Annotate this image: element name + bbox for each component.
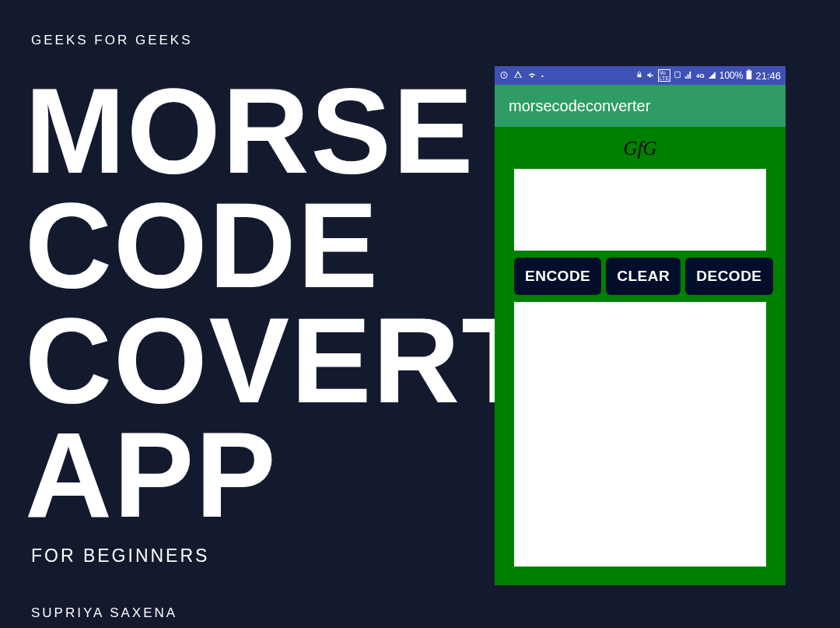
- svg-rect-1: [637, 74, 641, 77]
- phone-mockup: • VoLTE 4G 100% 21:46: [495, 66, 786, 585]
- decode-button[interactable]: DECODE: [685, 258, 772, 295]
- battery-icon: [746, 69, 752, 82]
- status-right-icons: VoLTE 4G 100% 21:46: [635, 69, 781, 82]
- lock-icon: [635, 71, 643, 80]
- signal-icon: [684, 71, 693, 81]
- svg-rect-4: [748, 69, 751, 70]
- volte-icon: VoLTE: [658, 69, 670, 82]
- svg-rect-3: [747, 71, 752, 79]
- wifi-icon: [527, 70, 537, 81]
- subtitle-text: FOR BEGINNERS: [31, 546, 209, 567]
- app-title: morsecodeconverter: [509, 97, 650, 115]
- author-text: SUPRIYA SAXENA: [31, 605, 177, 621]
- clock-time: 21:46: [755, 70, 781, 82]
- status-left-icons: •: [499, 70, 544, 81]
- signal2-icon: [708, 71, 716, 81]
- battery-percent: 100%: [719, 70, 744, 81]
- clear-button[interactable]: CLEAR: [606, 258, 681, 295]
- svg-rect-2: [675, 72, 681, 78]
- app-body: GfG ENCODE CLEAR DECODE: [495, 127, 786, 585]
- output-textarea[interactable]: [514, 302, 766, 567]
- brand-text: GEEKS FOR GEEKS: [31, 33, 193, 48]
- warning-icon: [513, 70, 523, 81]
- status-bar: • VoLTE 4G 100% 21:46: [495, 66, 786, 85]
- dot-icon: •: [541, 72, 544, 79]
- mute-icon: [646, 71, 655, 81]
- alarm-icon: [499, 70, 509, 81]
- gfg-label: GfG: [623, 138, 656, 160]
- button-row: ENCODE CLEAR DECODE: [514, 258, 766, 295]
- 4g-icon: 4G: [696, 72, 705, 79]
- app-bar: morsecodeconverter: [495, 85, 786, 127]
- encode-button[interactable]: ENCODE: [514, 258, 601, 295]
- input-textarea[interactable]: [514, 169, 766, 251]
- sim-icon: [674, 71, 681, 80]
